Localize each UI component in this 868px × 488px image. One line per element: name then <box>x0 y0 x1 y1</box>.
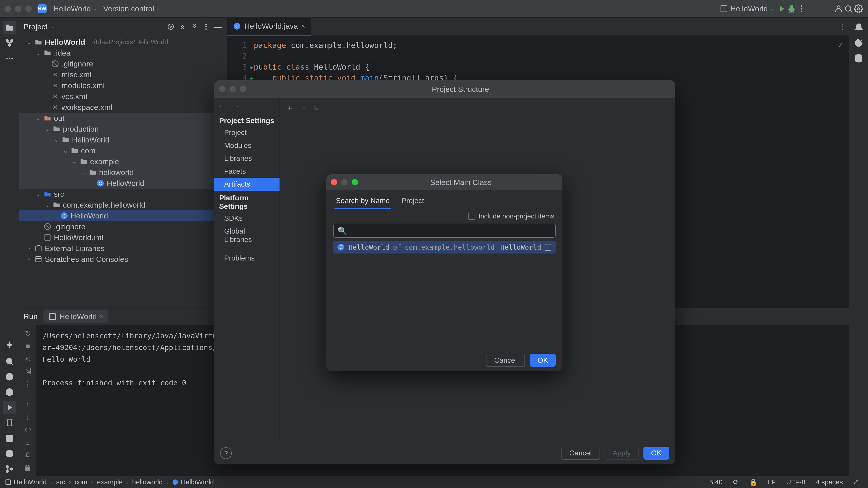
search-icon: 🔍 <box>338 226 347 235</box>
result-package: com.example.helloworld <box>405 243 495 251</box>
ok-button[interactable]: OK <box>530 354 556 367</box>
dialog-max[interactable] <box>352 179 358 185</box>
ps-nav-artifacts[interactable]: Artifacts <box>214 178 280 191</box>
copy-artifact-button[interactable]: ⧉ <box>314 102 319 114</box>
dialog-close[interactable] <box>331 179 337 185</box>
results-list: C HelloWorld of com.example.helloworld H… <box>327 241 562 349</box>
back-button[interactable]: ← <box>218 101 226 113</box>
tab-search-by-name[interactable]: Search by Name <box>335 193 391 209</box>
ok-button[interactable]: OK <box>644 447 669 460</box>
result-row[interactable]: C HelloWorld of com.example.helloworld H… <box>333 241 556 253</box>
ps-nav-facets[interactable]: Facets <box>214 165 280 178</box>
dialog-title: Select Main Class <box>364 178 558 187</box>
dialog-titlebar: Project Structure <box>214 80 675 98</box>
search-field[interactable]: 🔍 <box>333 224 556 238</box>
ps-nav-global-libraries[interactable]: Global Libraries <box>214 225 280 246</box>
ps-sidebar: ← → Project Settings Project Modules Lib… <box>214 98 280 441</box>
smc-tabs: Search by Name Project <box>327 190 562 209</box>
dialog-close[interactable] <box>219 86 225 92</box>
forward-button[interactable]: → <box>232 101 240 113</box>
ps-nav-project[interactable]: Project <box>214 126 280 139</box>
ps-heading: Project Settings <box>214 113 280 126</box>
tab-project[interactable]: Project <box>400 193 425 209</box>
class-icon: C <box>337 243 345 251</box>
svg-text:C: C <box>339 245 342 250</box>
cancel-button[interactable]: Cancel <box>486 354 525 367</box>
module-icon <box>544 243 552 251</box>
ps-nav-sdks[interactable]: SDKs <box>214 212 280 225</box>
result-of: of <box>393 243 401 251</box>
select-main-class-dialog: Select Main Class Search by Name Project… <box>326 174 563 371</box>
apply-button: Apply <box>604 447 639 460</box>
dialog-max[interactable] <box>240 86 246 92</box>
cancel-button[interactable]: Cancel <box>561 447 600 460</box>
result-module: HelloWorld <box>500 243 541 251</box>
ps-heading: Platform Settings <box>214 191 280 212</box>
ps-nav-problems[interactable]: Problems <box>214 252 280 265</box>
dialog-titlebar: Select Main Class <box>327 174 562 190</box>
remove-artifact-button[interactable]: － <box>300 102 308 114</box>
dialog-title: Project Structure <box>251 85 670 94</box>
dialog-footer: Cancel OK <box>327 349 562 371</box>
result-name: HelloWorld <box>348 243 390 251</box>
dialog-min[interactable] <box>341 179 348 185</box>
include-non-project-checkbox[interactable] <box>468 213 475 220</box>
ps-nav-libraries[interactable]: Libraries <box>214 152 280 165</box>
dialog-footer: ? Cancel Apply OK <box>214 441 675 464</box>
add-artifact-button[interactable]: ＋ <box>286 102 294 114</box>
dialog-min[interactable] <box>229 86 236 92</box>
include-label: Include non-project items <box>478 212 554 220</box>
ps-nav-modules[interactable]: Modules <box>214 139 280 152</box>
help-button[interactable]: ? <box>220 447 232 459</box>
svg-rect-42 <box>545 244 551 250</box>
search-input[interactable] <box>350 226 551 235</box>
